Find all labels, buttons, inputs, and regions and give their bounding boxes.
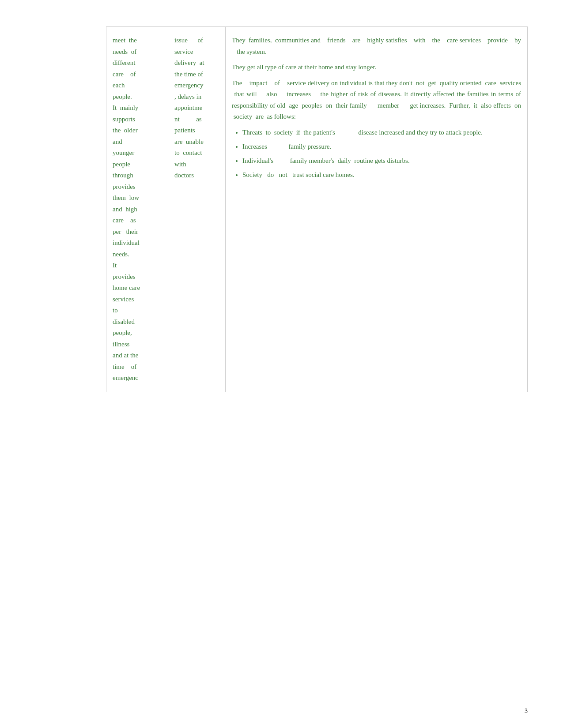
bullet-list: Threats to society if the patient's dise… [232,127,521,180]
mid-line-1: issue of [174,35,219,46]
left-line-7: It mainly [113,102,162,114]
left-line-2: needs of [113,46,162,58]
column-right: They families, communities and friends a… [226,27,527,392]
left-line-6: people. [113,91,162,103]
middle-col-text: issue of service delivery at the time of… [174,35,219,181]
bullet-item-3: Individual's family member's daily routi… [242,155,521,166]
page-number: 3 [525,708,528,715]
left-line-19: individual [113,237,162,249]
mid-line-7: appointme [174,102,219,114]
mid-line-9: patients [174,125,219,136]
left-line-22: provides [113,271,162,283]
left-line-1: meet the [113,35,162,46]
left-line-13: through [113,170,162,181]
right-para-3: The impact of service delivery on indivi… [232,78,521,123]
left-col-text: meet the needs of different care of each… [113,35,162,384]
right-para-1: They families, communities and friends a… [232,35,521,57]
page-container: meet the needs of different care of each… [0,0,563,728]
column-middle: issue of service delivery at the time of… [168,27,226,392]
left-line-15: them low [113,192,162,204]
left-line-12: people [113,159,162,170]
left-line-25: to [113,305,162,316]
mid-line-3: delivery at [174,57,219,69]
left-line-24: services [113,294,162,305]
left-line-18: per their [113,226,162,238]
left-line-17: care as [113,215,162,226]
bullet-item-4: Society do not trust social care homes. [242,169,521,180]
bullet-item-2: Increases family pressure. [242,141,521,152]
mid-line-4: the time of [174,69,219,80]
mid-line-11: to contact [174,147,219,159]
mid-line-8: nt as [174,114,219,125]
left-line-10: and [113,136,162,148]
left-line-16: and high [113,204,162,215]
content-area: meet the needs of different care of each… [106,26,528,392]
left-line-11: younger [113,147,162,159]
column-left: meet the needs of different care of each… [106,27,168,392]
right-para-2: They get all type of care at their home … [232,62,521,73]
left-line-31: emergenc [113,372,162,384]
left-line-5: each [113,80,162,91]
mid-line-10: are unable [174,136,219,148]
left-line-26: disabled [113,316,162,328]
mid-line-6: , delays in [174,91,219,103]
left-line-27: people, [113,327,162,339]
mid-line-12: with [174,159,219,170]
left-line-30: time of [113,361,162,373]
left-line-3: different [113,57,162,69]
left-line-21: It [113,260,162,271]
left-line-28: illness [113,339,162,350]
bullet-item-1: Threats to society if the patient's dise… [242,127,521,138]
left-line-4: care of [113,69,162,80]
left-line-9: the older [113,125,162,136]
left-line-14: provides [113,181,162,193]
left-line-20: needs. [113,249,162,260]
mid-line-2: service [174,46,219,58]
mid-line-13: doctors [174,170,219,181]
mid-line-5: emergency [174,80,219,91]
left-line-23: home care [113,282,162,294]
left-line-29: and at the [113,350,162,361]
left-line-8: supports [113,114,162,125]
